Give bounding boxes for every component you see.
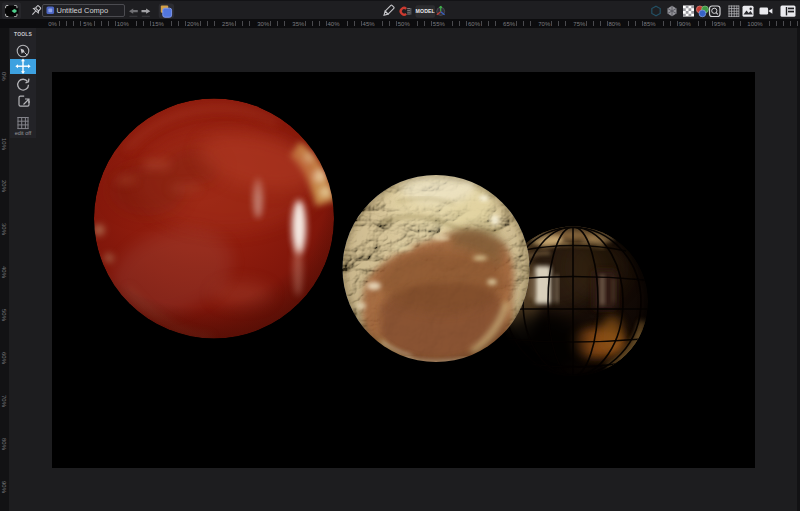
svg-text:MODEL: MODEL [416, 8, 436, 14]
